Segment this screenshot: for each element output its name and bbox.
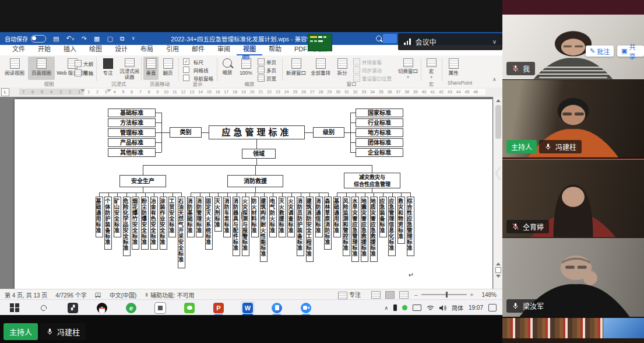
taskbar-app-powerpoint[interactable]: P xyxy=(212,301,226,315)
immersive-reader-button[interactable]: 沉浸式阅读器 xyxy=(118,57,141,80)
switch-windows-button[interactable]: 切换窗口 ∨ xyxy=(396,57,420,80)
tray-expand-icon[interactable]: ∧ xyxy=(384,305,388,311)
menu-item-设计[interactable]: 设计 xyxy=(108,45,134,55)
zoom-percentage[interactable]: 148% xyxy=(481,292,497,298)
save-icon[interactable]: ▤ xyxy=(53,32,59,45)
panel-collapse-icon[interactable] xyxy=(493,164,502,182)
taskbar-app-wechat[interactable] xyxy=(182,301,196,315)
scrollbar-thumb[interactable] xyxy=(495,105,501,139)
taskbar-app-browser[interactable]: e xyxy=(124,301,138,315)
tab-selector[interactable]: L xyxy=(1,88,9,96)
scroll-up-icon[interactable] xyxy=(496,99,501,102)
menu-item-审阅[interactable]: 审阅 xyxy=(211,45,237,55)
ribbon-collapse-icon[interactable]: ∧ xyxy=(492,76,497,82)
focus-mode-button[interactable]: 专注 xyxy=(338,290,361,299)
prev-page-icon[interactable] xyxy=(496,262,501,265)
flip-page-button[interactable]: 翻页 xyxy=(160,57,176,80)
annotate-button[interactable]: ✎ 批注 xyxy=(586,46,614,57)
menu-item-帮助[interactable]: 帮助 xyxy=(262,45,288,55)
menu-item-文件[interactable]: 文件 xyxy=(6,45,31,55)
zoom-button[interactable]: 缩放 xyxy=(219,57,235,80)
gridlines-checkbox[interactable]: 网格线 xyxy=(183,66,209,74)
zoom-out-icon[interactable]: – xyxy=(414,292,418,298)
document-page[interactable]: 类别 应急管理标准 级别 领域 安全生产 消防救援 减灾救灾与 综合性应急管理 … xyxy=(15,99,492,289)
proofing-icon[interactable]: 🕮 xyxy=(95,291,101,298)
split-button[interactable]: 拆分 xyxy=(333,57,351,80)
page-view-button[interactable]: 页面视图 xyxy=(28,57,55,80)
taskbar-app-explorer[interactable]: ▞ xyxy=(66,301,80,315)
one-page-button[interactable]: 单页 xyxy=(258,58,276,65)
chevron-down-icon[interactable]: ∨ xyxy=(492,38,497,45)
first-line-indent-marker[interactable] xyxy=(107,89,111,92)
macros-button[interactable]: 宏 ∨ xyxy=(423,57,439,80)
vertical-button[interactable]: 垂直 xyxy=(143,57,159,80)
taskbar-app-word[interactable]: W xyxy=(241,301,255,315)
copy-icon[interactable]: ⧉ xyxy=(120,32,125,45)
ruler-number: 20 xyxy=(248,89,256,95)
more-commands-icon[interactable]: ∨ xyxy=(132,32,135,45)
ime-indicator[interactable]: 简体 xyxy=(452,303,463,312)
new-window-button[interactable]: 新建窗口 xyxy=(284,57,308,80)
tray-display-icon[interactable] xyxy=(413,304,421,311)
document-area[interactable]: 类别 应急管理标准 级别 领域 安全生产 消防救援 减灾救灾与 综合性应急管理 … xyxy=(0,97,493,289)
video-tile-fengjianzhu[interactable]: 主持人 冯建柱 xyxy=(502,80,644,158)
green-overlay-widget[interactable] xyxy=(308,34,332,51)
tray-phone-icon[interactable] xyxy=(393,304,397,311)
search-icon[interactable] xyxy=(376,36,382,41)
taskbar-app-docs[interactable] xyxy=(270,301,284,315)
start-button[interactable] xyxy=(8,301,22,315)
word-count[interactable]: 4/7296 个字 xyxy=(55,290,86,299)
page-nav-buttons[interactable] xyxy=(494,261,503,279)
menu-item-绘图[interactable]: 绘图 xyxy=(83,45,108,55)
multi-page-button[interactable]: 多页 xyxy=(258,66,276,74)
zoom-in-icon[interactable]: + xyxy=(470,292,474,298)
menu-item-视图[interactable]: 视图 xyxy=(237,45,262,55)
video-tile-liangrujun[interactable]: 梁汝军 xyxy=(502,238,644,317)
focus-button[interactable]: 专注 xyxy=(99,57,117,80)
language-indicator[interactable]: 中文(中国) xyxy=(110,290,137,299)
menu-item-邮件[interactable]: 邮件 xyxy=(185,45,211,55)
properties-button[interactable]: 属性 xyxy=(444,57,463,80)
web-mode-icon[interactable] xyxy=(399,291,409,299)
menu-item-布局[interactable]: 布局 xyxy=(134,45,160,55)
tray-wechat-icon[interactable] xyxy=(402,305,407,310)
titlebar-button-fragment[interactable] xyxy=(383,34,397,43)
meeting-status-bar[interactable]: 会议中 ∨ xyxy=(398,33,502,50)
arrange-all-button[interactable]: 全部重排 xyxy=(309,57,332,80)
draft-button[interactable]: 草稿 xyxy=(75,69,93,76)
speaker-icon[interactable] xyxy=(439,305,446,311)
autosave-toggle[interactable] xyxy=(31,35,46,43)
outline-button[interactable]: 大纲 xyxy=(75,60,93,67)
share-button[interactable]: ▣ 共享 xyxy=(617,46,644,57)
taskbar-app-qq[interactable] xyxy=(95,301,109,315)
accessibility-status[interactable]: 辅助功能: 不可用 xyxy=(150,290,195,299)
taskbar-search-button[interactable] xyxy=(37,301,51,315)
view-mode-switcher[interactable] xyxy=(369,291,411,299)
redo-icon[interactable]: ↷ xyxy=(82,32,87,45)
document-scrollbar[interactable] xyxy=(493,97,502,289)
page-mode-icon[interactable] xyxy=(385,291,395,299)
select-browse-object-icon[interactable] xyxy=(495,267,501,273)
ruler[interactable]: L 7654321 123456789101112131415161718192… xyxy=(0,88,502,97)
zoom-slider[interactable] xyxy=(421,294,467,295)
undo-icon[interactable]: ↶∨ xyxy=(66,32,74,46)
ruler-checkbox[interactable]: ✓ 标尺 xyxy=(183,58,203,65)
zoom-100-button[interactable]: 100 100% xyxy=(237,57,255,80)
taskbar-app-viewer[interactable] xyxy=(153,301,167,315)
notification-icon[interactable] xyxy=(488,304,497,312)
read-mode-icon[interactable] xyxy=(371,291,381,299)
next-page-icon[interactable] xyxy=(496,275,501,278)
page-info[interactable]: 第 4 页, 共 13 页 xyxy=(5,290,47,299)
indent-marker[interactable] xyxy=(80,89,85,92)
video-tile-tongyuting[interactable]: 仝育婷 xyxy=(502,159,644,237)
menu-item-开始[interactable]: 开始 xyxy=(31,45,57,55)
menu-item-引用[interactable]: 引用 xyxy=(160,45,185,55)
video-tile-partial[interactable] xyxy=(502,318,644,343)
clock[interactable]: 19:07 xyxy=(469,304,483,311)
read-view-button[interactable]: 阅读视图 xyxy=(2,57,27,80)
wifi-icon[interactable] xyxy=(427,305,434,311)
taskbar-app-tencent-meeting[interactable] xyxy=(299,301,313,315)
menu-item-插入[interactable]: 插入 xyxy=(57,45,83,55)
new-doc-icon[interactable]: ▢ xyxy=(107,32,112,45)
print-icon[interactable]: ▦ xyxy=(94,32,100,45)
